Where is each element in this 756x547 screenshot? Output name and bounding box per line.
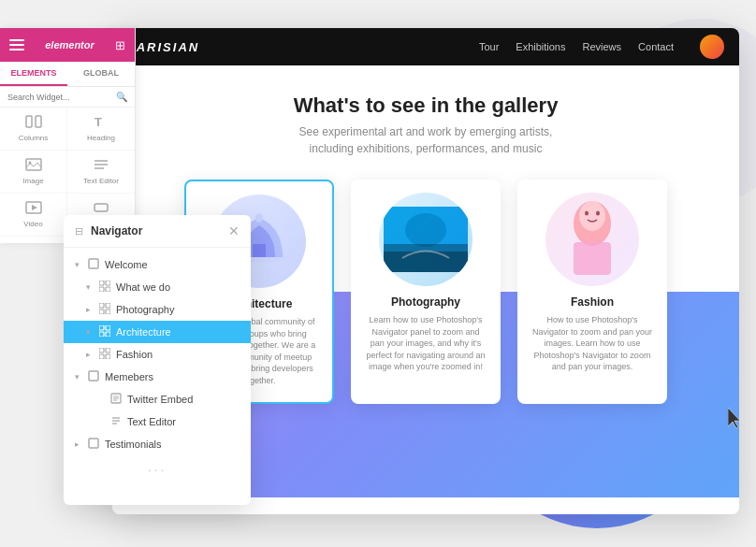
svg-rect-27: [99, 303, 104, 308]
widget-video-label: Video: [23, 220, 42, 228]
elementor-logo: elementor: [32, 39, 108, 50]
photo-svg: [384, 207, 468, 272]
svg-rect-33: [99, 332, 104, 337]
card-img-fashion: [545, 193, 639, 286]
widget-columns[interactable]: Columns: [0, 108, 67, 151]
tree-item-testimonials[interactable]: ▸ Testimonials: [64, 433, 251, 455]
svg-rect-38: [106, 354, 110, 359]
tree-item-fashion[interactable]: ▸ Fashion: [64, 343, 251, 366]
svg-point-10: [596, 211, 600, 216]
widget-image[interactable]: Image: [0, 151, 67, 194]
expand-memebers: ▾: [75, 372, 86, 381]
icon-twitter-embed: [110, 393, 122, 406]
card-text-fashion: How to use Photoshop's Navigator to zoom…: [531, 314, 654, 373]
nav-reviews[interactable]: Reviews: [583, 41, 622, 52]
tree-item-photography[interactable]: ▸ Photography: [64, 298, 251, 321]
widget-text-editor[interactable]: Text Editor: [67, 151, 135, 194]
expand-photography: ▸: [86, 305, 97, 314]
label-text-editor: Text Editor: [127, 416, 176, 427]
widget-heading-label: Heading: [87, 134, 115, 142]
icon-testimonials: [88, 438, 99, 451]
tree-item-twitter-embed[interactable]: Twitter Embed: [64, 388, 251, 410]
tab-global[interactable]: GLOBAL: [67, 62, 135, 86]
widget-image-label: Image: [22, 177, 43, 185]
navigator-close-button[interactable]: ✕: [228, 224, 240, 238]
svg-rect-31: [99, 325, 104, 330]
svg-rect-37: [99, 354, 104, 359]
nav-tour[interactable]: Tour: [479, 41, 499, 52]
nav-avatar: [700, 35, 724, 59]
grid-icon[interactable]: ⊞: [115, 38, 125, 52]
image-icon: [25, 158, 42, 174]
search-icon: 🔍: [116, 92, 127, 102]
nav-exhibitions[interactable]: Exhibitions: [516, 41, 565, 52]
svg-rect-28: [106, 303, 110, 308]
svg-rect-35: [99, 348, 104, 353]
svg-rect-11: [26, 116, 32, 127]
tree-item-text-editor[interactable]: Text Editor: [64, 410, 251, 433]
widget-heading[interactable]: T Heading: [67, 108, 135, 151]
tab-elements[interactable]: ELEMENTS: [0, 62, 67, 86]
svg-rect-21: [94, 204, 108, 211]
navigator-header: ⊟ Navigator ✕: [64, 215, 251, 248]
hamburger-icon[interactable]: [9, 39, 24, 50]
photo-placeholder: [384, 207, 468, 272]
svg-rect-24: [106, 281, 110, 285]
svg-point-9: [585, 211, 589, 216]
card-photography[interactable]: Photography Learn how to use Photoshop's…: [351, 180, 501, 404]
svg-point-15: [28, 162, 31, 165]
navigator-tree: ▾ Welcome ▾ What we do ▸ Photography ▾: [64, 248, 251, 500]
tree-item-architecture[interactable]: ▾ Architecture: [64, 321, 251, 343]
search-input[interactable]: [7, 93, 112, 102]
expand-architecture: ▾: [86, 327, 97, 337]
svg-rect-7: [574, 242, 611, 275]
svg-text:T: T: [94, 115, 102, 128]
svg-rect-36: [106, 348, 110, 353]
cursor-icon: [728, 408, 747, 430]
tree-item-memebers[interactable]: ▾ Memebers: [64, 366, 251, 388]
navigator-collapse-icon[interactable]: ⊟: [75, 225, 83, 238]
svg-point-4: [405, 213, 446, 247]
gallery-title: What's to see in the gallery: [140, 94, 711, 118]
elementor-sidebar: elementor ⊞ ELEMENTS GLOBAL 🔍 Columns T …: [0, 28, 136, 243]
svg-point-2: [255, 213, 263, 223]
widget-columns-label: Columns: [19, 134, 49, 142]
icon-welcome: [88, 258, 99, 271]
elementor-tabs: ELEMENTS GLOBAL: [0, 62, 135, 87]
hamburger-line-2: [9, 44, 24, 46]
svg-marker-20: [32, 205, 37, 210]
svg-rect-39: [89, 371, 98, 381]
card-title-fashion: Fashion: [571, 295, 614, 309]
nav-contact[interactable]: Contact: [638, 41, 674, 52]
columns-icon: [25, 115, 42, 131]
navigator-panel: ⊟ Navigator ✕ ▾ Welcome ▾ What we do ▸: [64, 215, 251, 505]
label-architecture: Architecture: [116, 326, 171, 338]
svg-rect-32: [106, 325, 110, 330]
expand-fashion: ▸: [86, 350, 97, 359]
nav-links: Tour Exhibitions Reviews Contact: [479, 35, 724, 59]
svg-rect-22: [89, 259, 98, 268]
card-title-photography: Photography: [391, 295, 460, 309]
icon-fashion: [99, 348, 110, 361]
svg-rect-1: [253, 244, 266, 257]
svg-rect-12: [36, 116, 41, 127]
fashion-svg: [555, 197, 630, 281]
expand-welcome: ▾: [75, 260, 86, 269]
browser-topbar: PARISIAN Tour Exhibitions Reviews Contac…: [112, 28, 739, 65]
icon-photography: [99, 303, 110, 316]
search-bar: 🔍: [0, 87, 135, 108]
svg-rect-26: [106, 287, 110, 292]
site-logo: PARISIAN: [127, 40, 199, 54]
card-fashion[interactable]: Fashion How to use Photoshop's Navigator…: [517, 180, 667, 404]
card-img-photography: [379, 193, 472, 286]
tree-item-what-we-do[interactable]: ▾ What we do: [64, 276, 251, 298]
svg-rect-29: [99, 309, 104, 314]
tree-item-welcome[interactable]: ▾ Welcome: [64, 253, 251, 276]
icon-what-we-do: [99, 281, 110, 294]
svg-rect-25: [99, 287, 104, 292]
icon-memebers: [88, 370, 99, 383]
label-fashion: Fashion: [116, 349, 153, 360]
widget-video[interactable]: Video: [0, 194, 67, 237]
hamburger-line-3: [9, 49, 24, 50]
svg-rect-47: [89, 439, 98, 448]
